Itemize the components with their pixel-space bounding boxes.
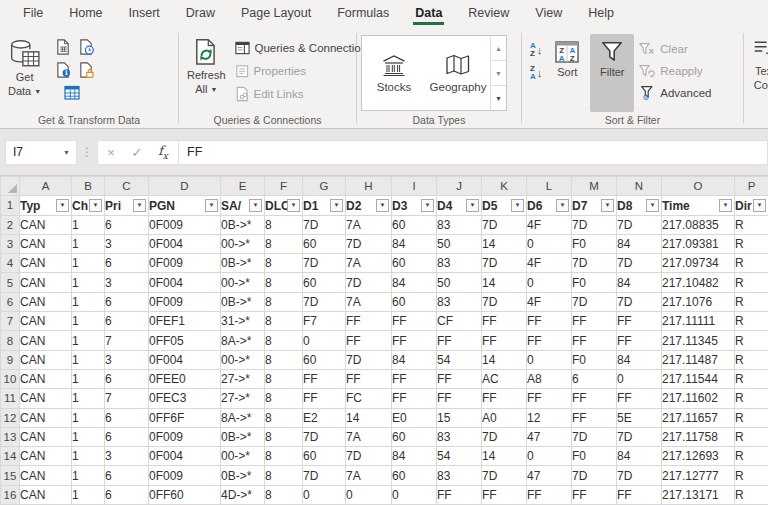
cell-L14[interactable]: 0 <box>527 447 572 466</box>
existing-connections-icon[interactable] <box>76 59 96 81</box>
cell-J13[interactable]: 83 <box>437 427 482 446</box>
cell-G7[interactable]: F7 <box>303 312 346 331</box>
cell-J16[interactable]: FF <box>437 485 482 504</box>
name-box-dropdown-icon[interactable]: ▼ <box>63 149 70 156</box>
cell-J7[interactable]: CF <box>437 312 482 331</box>
reapply-filter-button[interactable]: Reapply <box>638 61 711 81</box>
cell-K15[interactable]: 7D <box>482 466 527 485</box>
cell-A10[interactable]: CAN <box>20 369 72 388</box>
cell-H4[interactable]: 7A <box>346 254 392 273</box>
cell-E2[interactable]: 0B->* <box>221 215 265 234</box>
row-header-15[interactable]: 15 <box>1 466 20 485</box>
cell-C9[interactable]: 3 <box>105 350 149 369</box>
cell-H16[interactable]: 0 <box>346 485 392 504</box>
filter-dropdown-K[interactable]: ▼ <box>511 199 524 212</box>
cell-K7[interactable]: FF <box>482 312 527 331</box>
text-to-columns-button[interactable]: Text Colu <box>748 33 768 111</box>
tab-view[interactable]: View <box>522 0 575 28</box>
cell-O9[interactable]: 217.11487 <box>662 350 735 369</box>
cell-C13[interactable]: 6 <box>105 427 149 446</box>
tab-draw[interactable]: Draw <box>173 0 228 28</box>
cell-G10[interactable]: FF <box>303 369 346 388</box>
cell-L8[interactable]: FF <box>527 331 572 350</box>
cell-N14[interactable]: 84 <box>617 447 662 466</box>
cell-J10[interactable]: FF <box>437 369 482 388</box>
cell-E8[interactable]: 8A->* <box>221 331 265 350</box>
cell-B2[interactable]: 1 <box>72 215 105 234</box>
column-header-F[interactable]: F <box>265 177 303 196</box>
cell-M14[interactable]: F0 <box>572 447 617 466</box>
cell-M7[interactable]: FF <box>572 312 617 331</box>
cell-D11[interactable]: 0FEC3 <box>149 389 221 408</box>
cell-F9[interactable]: 8 <box>265 350 303 369</box>
cell-B15[interactable]: 1 <box>72 466 105 485</box>
cell-I6[interactable]: 60 <box>392 292 437 311</box>
cell-G1[interactable]: D1▼ <box>303 196 346 215</box>
cell-C5[interactable]: 3 <box>105 273 149 292</box>
cell-D3[interactable]: 0F004 <box>149 234 221 253</box>
cell-C7[interactable]: 6 <box>105 312 149 331</box>
cell-O12[interactable]: 217.11657 <box>662 408 735 427</box>
cell-F11[interactable]: 8 <box>265 389 303 408</box>
cell-P10[interactable]: R <box>735 369 768 388</box>
cell-B9[interactable]: 1 <box>72 350 105 369</box>
cell-K10[interactable]: AC <box>482 369 527 388</box>
cell-C10[interactable]: 6 <box>105 369 149 388</box>
cell-L16[interactable]: FF <box>527 485 572 504</box>
cell-L4[interactable]: 4F <box>527 254 572 273</box>
cell-L2[interactable]: 4F <box>527 215 572 234</box>
cell-A6[interactable]: CAN <box>20 292 72 311</box>
cell-M5[interactable]: F0 <box>572 273 617 292</box>
cell-J8[interactable]: FF <box>437 331 482 350</box>
cell-A13[interactable]: CAN <box>20 427 72 446</box>
cell-A7[interactable]: CAN <box>20 312 72 331</box>
cell-L10[interactable]: A8 <box>527 369 572 388</box>
cell-M6[interactable]: 7D <box>572 292 617 311</box>
cell-C2[interactable]: 6 <box>105 215 149 234</box>
cell-I5[interactable]: 84 <box>392 273 437 292</box>
cell-A9[interactable]: CAN <box>20 350 72 369</box>
cell-D6[interactable]: 0F009 <box>149 292 221 311</box>
cell-A3[interactable]: CAN <box>20 234 72 253</box>
cell-I2[interactable]: 60 <box>392 215 437 234</box>
formula-content[interactable]: FF <box>181 145 202 159</box>
cell-H7[interactable]: FF <box>346 312 392 331</box>
cell-O3[interactable]: 217.09381 <box>662 234 735 253</box>
cell-L12[interactable]: 12 <box>527 408 572 427</box>
cell-H2[interactable]: 7A <box>346 215 392 234</box>
row-header-4[interactable]: 4 <box>1 254 20 273</box>
cell-I13[interactable]: 60 <box>392 427 437 446</box>
cell-P2[interactable]: R <box>735 215 768 234</box>
cell-H13[interactable]: 7A <box>346 427 392 446</box>
cell-I1[interactable]: D3▼ <box>392 196 437 215</box>
recent-sources-icon[interactable] <box>76 36 96 58</box>
cell-F4[interactable]: 8 <box>265 254 303 273</box>
cell-P8[interactable]: R <box>735 331 768 350</box>
cell-G15[interactable]: 7D <box>303 466 346 485</box>
cell-M2[interactable]: 7D <box>572 215 617 234</box>
cell-K5[interactable]: 14 <box>482 273 527 292</box>
cell-F7[interactable]: 8 <box>265 312 303 331</box>
cell-M1[interactable]: D7▼ <box>572 196 617 215</box>
get-data-button[interactable]: Get Data ▼ <box>4 33 45 111</box>
cell-A11[interactable]: CAN <box>20 389 72 408</box>
cancel-icon[interactable]: × <box>98 145 124 160</box>
row-header-14[interactable]: 14 <box>1 447 20 466</box>
cell-B13[interactable]: 1 <box>72 427 105 446</box>
cell-B8[interactable]: 1 <box>72 331 105 350</box>
cell-N2[interactable]: 7D <box>617 215 662 234</box>
cell-J11[interactable]: FF <box>437 389 482 408</box>
advanced-filter-button[interactable]: ⚙ Advanced <box>638 83 711 103</box>
cell-G9[interactable]: 60 <box>303 350 346 369</box>
cell-O5[interactable]: 217.10482 <box>662 273 735 292</box>
cell-L7[interactable]: FF <box>527 312 572 331</box>
cell-B14[interactable]: 1 <box>72 447 105 466</box>
cell-I9[interactable]: 84 <box>392 350 437 369</box>
cell-O2[interactable]: 217.08835 <box>662 215 735 234</box>
gallery-more-button[interactable]: ▼ <box>491 86 506 110</box>
cell-G2[interactable]: 7D <box>303 215 346 234</box>
cell-P14[interactable]: R <box>735 447 768 466</box>
cell-N8[interactable]: FF <box>617 331 662 350</box>
cell-H9[interactable]: 7D <box>346 350 392 369</box>
cell-F8[interactable]: 8 <box>265 331 303 350</box>
